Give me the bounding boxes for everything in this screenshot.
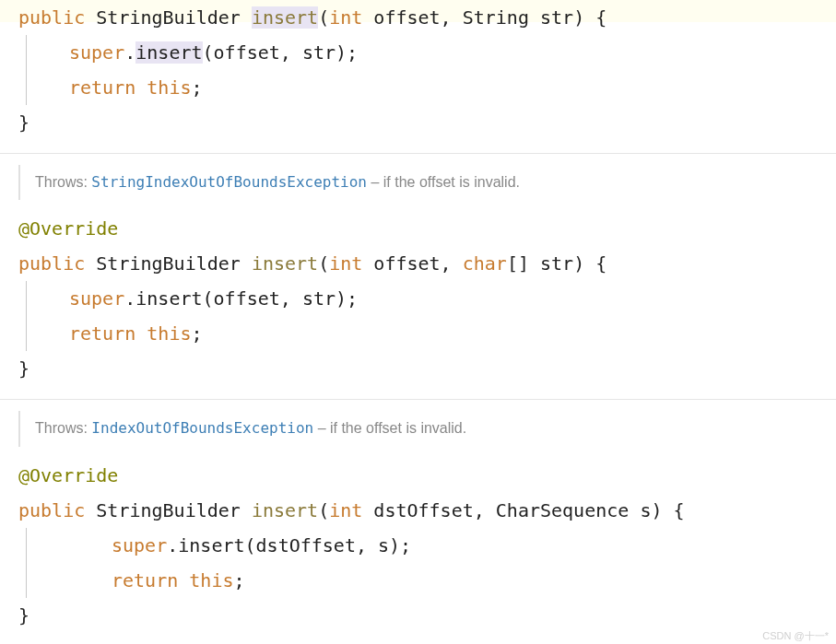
return-type: StringBuilder xyxy=(96,499,241,521)
exception-link[interactable]: StringIndexOutOfBoundsException xyxy=(91,173,367,191)
param-name: str xyxy=(540,6,573,29)
param-name: offset xyxy=(373,252,440,275)
throws-label: Throws: xyxy=(35,174,88,190)
annotation: @Override xyxy=(18,211,836,246)
kw-public: public xyxy=(18,252,85,275)
throws-desc: – if the offset is invalid. xyxy=(313,420,466,436)
param-name: s xyxy=(640,499,651,521)
close-brace: } xyxy=(18,598,836,633)
throws-label: Throws: xyxy=(35,420,88,436)
param-type: CharSequence xyxy=(496,499,630,521)
param-type: int xyxy=(329,252,362,275)
super-call-line: super.insert(offset, str); xyxy=(27,281,836,316)
annotation: @Override xyxy=(18,458,836,493)
return-type: StringBuilder xyxy=(96,6,241,29)
code-body-guide: super.insert(dstOffset, s); return this; xyxy=(26,528,836,598)
return-line: return this; xyxy=(27,563,836,598)
kw-public: public xyxy=(18,6,85,29)
close-brace: } xyxy=(18,105,836,140)
param-type: char xyxy=(463,252,507,275)
method-name: insert xyxy=(252,499,318,521)
param-name: str xyxy=(540,252,573,275)
code-body-guide: super.insert(offset, str); return this; xyxy=(26,35,836,105)
watermark: CSDN @十一* xyxy=(762,626,829,644)
param-type: String xyxy=(463,6,529,29)
method-signature: public StringBuilder insert(int offset, … xyxy=(18,246,836,281)
throws-block: Throws: StringIndexOutOfBoundsException … xyxy=(0,154,836,211)
exception-link[interactable]: IndexOutOfBoundsException xyxy=(91,419,313,437)
super-call-line: super.insert(dstOffset, s); xyxy=(27,528,836,563)
return-type: StringBuilder xyxy=(96,252,241,275)
throws-desc: – if the offset is invalid. xyxy=(367,174,520,190)
method-block-3: @Override public StringBuilder insert(in… xyxy=(0,458,836,644)
param-name: dstOffset xyxy=(373,499,473,521)
method-signature: public StringBuilder insert(int dstOffse… xyxy=(18,493,836,528)
method-block-2: @Override public StringBuilder insert(in… xyxy=(0,211,836,400)
kw-public: public xyxy=(18,499,85,521)
throws-block: Throws: IndexOutOfBoundsException – if t… xyxy=(0,400,836,457)
close-brace: } xyxy=(18,351,836,386)
super-call-line: super.insert(offset, str); xyxy=(27,35,836,70)
method-name: insert xyxy=(252,252,318,275)
return-line: return this; xyxy=(27,70,836,105)
return-line: return this; xyxy=(27,316,836,351)
code-body-guide: super.insert(offset, str); return this; xyxy=(26,281,836,351)
method-signature: public StringBuilder insert(int offset, … xyxy=(18,0,836,35)
param-type: int xyxy=(329,499,362,521)
method-block-1: public StringBuilder insert(int offset, … xyxy=(0,0,836,154)
param-type: int xyxy=(329,6,362,29)
method-name: insert xyxy=(252,6,318,29)
param-name: offset xyxy=(373,6,440,29)
